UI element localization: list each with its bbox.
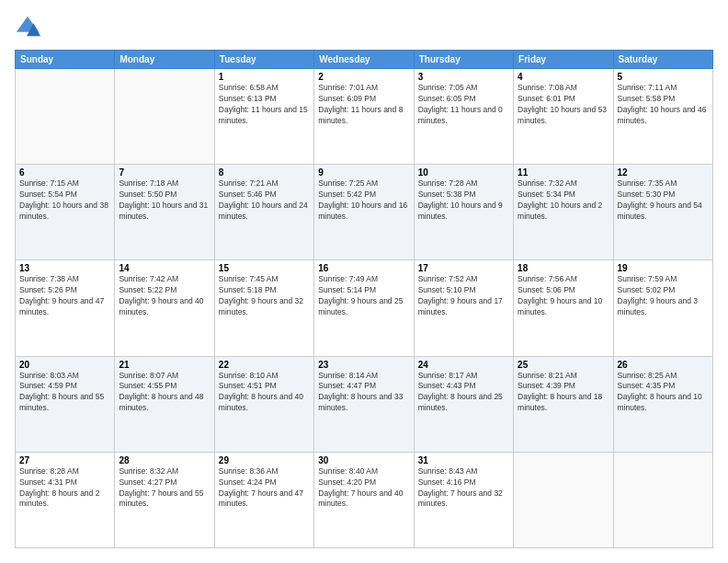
logo [15, 15, 44, 40]
calendar-cell: 15Sunrise: 7:45 AMSunset: 5:18 PMDayligh… [214, 260, 313, 356]
day-number: 19 [618, 263, 709, 273]
weekday-header: Wednesday [314, 51, 414, 69]
day-detail: Sunrise: 7:01 AMSunset: 6:09 PMDaylight:… [318, 83, 409, 127]
day-number: 14 [119, 263, 210, 273]
day-detail: Sunrise: 8:17 AMSunset: 4:43 PMDaylight:… [418, 371, 509, 415]
day-detail: Sunrise: 8:10 AMSunset: 4:51 PMDaylight:… [219, 371, 310, 415]
calendar-cell: 11Sunrise: 7:32 AMSunset: 5:34 PMDayligh… [514, 165, 613, 260]
day-number: 1 [219, 72, 310, 82]
day-number: 31 [418, 455, 509, 465]
calendar-week-row: 13Sunrise: 7:38 AMSunset: 5:26 PMDayligh… [16, 260, 713, 356]
day-number: 22 [219, 360, 310, 370]
day-detail: Sunrise: 8:03 AMSunset: 4:59 PMDaylight:… [19, 371, 110, 415]
day-detail: Sunrise: 7:11 AMSunset: 5:58 PMDaylight:… [618, 83, 709, 127]
weekday-header: Saturday [613, 51, 712, 69]
day-detail: Sunrise: 7:28 AMSunset: 5:38 PMDaylight:… [418, 178, 509, 223]
day-number: 28 [119, 455, 210, 465]
day-number: 24 [418, 360, 509, 370]
calendar-cell: 17Sunrise: 7:52 AMSunset: 5:10 PMDayligh… [414, 260, 513, 356]
day-number: 9 [318, 167, 409, 178]
day-detail: Sunrise: 8:43 AMSunset: 4:16 PMDaylight:… [418, 466, 509, 511]
calendar-cell: 18Sunrise: 7:56 AMSunset: 5:06 PMDayligh… [514, 260, 613, 356]
day-detail: Sunrise: 7:18 AMSunset: 5:50 PMDaylight:… [119, 178, 210, 223]
day-detail: Sunrise: 7:08 AMSunset: 6:01 PMDaylight:… [518, 83, 609, 127]
calendar-cell: 10Sunrise: 7:28 AMSunset: 5:38 PMDayligh… [414, 165, 513, 260]
day-number: 25 [518, 360, 609, 370]
day-number: 11 [518, 167, 609, 178]
day-detail: Sunrise: 8:40 AMSunset: 4:20 PMDaylight:… [318, 466, 409, 511]
calendar-cell [613, 452, 712, 547]
calendar-table: SundayMondayTuesdayWednesdayThursdayFrid… [15, 50, 713, 548]
day-number: 12 [618, 167, 709, 178]
calendar-week-row: 1Sunrise: 6:58 AMSunset: 6:13 PMDaylight… [16, 69, 713, 165]
calendar-cell: 27Sunrise: 8:28 AMSunset: 4:31 PMDayligh… [16, 452, 115, 547]
day-detail: Sunrise: 6:58 AMSunset: 6:13 PMDaylight:… [219, 83, 310, 127]
day-number: 27 [19, 455, 110, 465]
day-number: 2 [318, 72, 409, 82]
day-number: 5 [618, 72, 709, 82]
calendar-cell: 25Sunrise: 8:21 AMSunset: 4:39 PMDayligh… [514, 356, 613, 452]
page-header [15, 15, 713, 40]
calendar-cell: 3Sunrise: 7:05 AMSunset: 6:05 PMDaylight… [414, 69, 513, 165]
calendar-week-row: 27Sunrise: 8:28 AMSunset: 4:31 PMDayligh… [16, 452, 713, 547]
day-detail: Sunrise: 7:05 AMSunset: 6:05 PMDaylight:… [418, 83, 509, 127]
calendar-cell: 28Sunrise: 8:32 AMSunset: 4:27 PMDayligh… [115, 452, 214, 547]
day-detail: Sunrise: 7:56 AMSunset: 5:06 PMDaylight:… [518, 274, 609, 318]
calendar-cell: 21Sunrise: 8:07 AMSunset: 4:55 PMDayligh… [115, 356, 214, 452]
day-number: 17 [418, 263, 509, 273]
weekday-header: Thursday [414, 51, 513, 69]
calendar-cell: 16Sunrise: 7:49 AMSunset: 5:14 PMDayligh… [314, 260, 414, 356]
day-detail: Sunrise: 8:28 AMSunset: 4:31 PMDaylight:… [19, 466, 110, 511]
weekday-header-row: SundayMondayTuesdayWednesdayThursdayFrid… [16, 51, 713, 69]
day-number: 20 [19, 360, 110, 370]
day-number: 15 [219, 263, 310, 273]
calendar-cell: 13Sunrise: 7:38 AMSunset: 5:26 PMDayligh… [16, 260, 115, 356]
day-number: 7 [119, 167, 210, 178]
day-detail: Sunrise: 7:25 AMSunset: 5:42 PMDaylight:… [318, 178, 409, 223]
day-detail: Sunrise: 8:36 AMSunset: 4:24 PMDaylight:… [219, 466, 310, 511]
day-detail: Sunrise: 8:14 AMSunset: 4:47 PMDaylight:… [318, 371, 409, 415]
day-detail: Sunrise: 7:15 AMSunset: 5:54 PMDaylight:… [19, 178, 110, 223]
calendar-cell: 12Sunrise: 7:35 AMSunset: 5:30 PMDayligh… [613, 165, 712, 260]
calendar-cell: 23Sunrise: 8:14 AMSunset: 4:47 PMDayligh… [314, 356, 414, 452]
calendar-cell [514, 452, 613, 547]
weekday-header: Tuesday [214, 51, 313, 69]
calendar-cell: 14Sunrise: 7:42 AMSunset: 5:22 PMDayligh… [115, 260, 214, 356]
calendar-cell: 6Sunrise: 7:15 AMSunset: 5:54 PMDaylight… [16, 165, 115, 260]
calendar-week-row: 20Sunrise: 8:03 AMSunset: 4:59 PMDayligh… [16, 356, 713, 452]
day-number: 3 [418, 72, 509, 82]
day-number: 4 [518, 72, 609, 82]
day-number: 23 [318, 360, 409, 370]
day-detail: Sunrise: 8:25 AMSunset: 4:35 PMDaylight:… [618, 371, 709, 415]
calendar-cell: 19Sunrise: 7:59 AMSunset: 5:02 PMDayligh… [613, 260, 712, 356]
day-detail: Sunrise: 7:21 AMSunset: 5:46 PMDaylight:… [219, 178, 310, 223]
day-detail: Sunrise: 7:38 AMSunset: 5:26 PMDaylight:… [19, 274, 110, 318]
day-number: 16 [318, 263, 409, 273]
day-number: 18 [518, 263, 609, 273]
calendar-cell: 4Sunrise: 7:08 AMSunset: 6:01 PMDaylight… [514, 69, 613, 165]
calendar-cell [115, 69, 214, 165]
day-detail: Sunrise: 8:32 AMSunset: 4:27 PMDaylight:… [119, 466, 210, 511]
calendar-cell: 20Sunrise: 8:03 AMSunset: 4:59 PMDayligh… [16, 356, 115, 452]
day-number: 30 [318, 455, 409, 465]
calendar-cell: 30Sunrise: 8:40 AMSunset: 4:20 PMDayligh… [314, 452, 414, 547]
weekday-header: Monday [115, 51, 214, 69]
calendar-cell: 8Sunrise: 7:21 AMSunset: 5:46 PMDaylight… [214, 165, 313, 260]
calendar-cell: 29Sunrise: 8:36 AMSunset: 4:24 PMDayligh… [214, 452, 313, 547]
day-detail: Sunrise: 7:42 AMSunset: 5:22 PMDaylight:… [119, 274, 210, 318]
day-detail: Sunrise: 7:49 AMSunset: 5:14 PMDaylight:… [318, 274, 409, 318]
calendar-cell: 26Sunrise: 8:25 AMSunset: 4:35 PMDayligh… [613, 356, 712, 452]
calendar-cell: 2Sunrise: 7:01 AMSunset: 6:09 PMDaylight… [314, 69, 414, 165]
calendar-cell: 22Sunrise: 8:10 AMSunset: 4:51 PMDayligh… [214, 356, 313, 452]
calendar-cell: 1Sunrise: 6:58 AMSunset: 6:13 PMDaylight… [214, 69, 313, 165]
calendar-page: SundayMondayTuesdayWednesdayThursdayFrid… [0, 0, 728, 563]
weekday-header: Friday [514, 51, 613, 69]
day-detail: Sunrise: 7:32 AMSunset: 5:34 PMDaylight:… [518, 178, 609, 223]
calendar-cell: 31Sunrise: 8:43 AMSunset: 4:16 PMDayligh… [414, 452, 513, 547]
day-detail: Sunrise: 7:35 AMSunset: 5:30 PMDaylight:… [618, 178, 709, 223]
calendar-cell: 7Sunrise: 7:18 AMSunset: 5:50 PMDaylight… [115, 165, 214, 260]
calendar-cell: 9Sunrise: 7:25 AMSunset: 5:42 PMDaylight… [314, 165, 414, 260]
day-detail: Sunrise: 8:07 AMSunset: 4:55 PMDaylight:… [119, 371, 210, 415]
day-number: 13 [19, 263, 110, 273]
calendar-cell [16, 69, 115, 165]
